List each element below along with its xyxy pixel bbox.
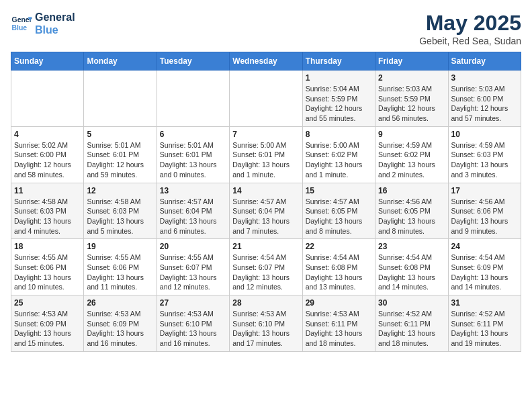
calendar-cell: 27Sunrise: 4:53 AMSunset: 6:10 PMDayligh… bbox=[157, 295, 229, 352]
day-number: 30 bbox=[378, 298, 445, 308]
logo-icon: General Blue bbox=[11, 13, 32, 34]
day-number: 22 bbox=[306, 242, 372, 251]
day-info: Sunrise: 4:58 AMSunset: 6:03 PMDaylight:… bbox=[14, 197, 81, 236]
calendar-cell: 8Sunrise: 5:00 AMSunset: 6:02 PMDaylight… bbox=[302, 126, 375, 183]
day-info: Sunrise: 4:59 AMSunset: 6:03 PMDaylight:… bbox=[451, 140, 518, 180]
day-number: 20 bbox=[160, 242, 226, 251]
day-info: Sunrise: 5:00 AMSunset: 6:02 PMDaylight:… bbox=[306, 140, 372, 180]
calendar-table: SundayMondayTuesdayWednesdayThursdayFrid… bbox=[11, 52, 521, 352]
day-info: Sunrise: 4:53 AMSunset: 6:09 PMDaylight:… bbox=[87, 309, 153, 349]
day-number: 14 bbox=[232, 186, 299, 195]
calendar-cell: 21Sunrise: 4:54 AMSunset: 6:07 PMDayligh… bbox=[230, 239, 302, 295]
day-info: Sunrise: 4:54 AMSunset: 6:08 PMDaylight:… bbox=[378, 253, 445, 292]
day-number: 21 bbox=[232, 242, 299, 251]
logo: General Blue General Blue bbox=[11, 11, 75, 36]
day-info: Sunrise: 4:55 AMSunset: 6:06 PMDaylight:… bbox=[14, 253, 81, 292]
logo-blue: Blue bbox=[35, 24, 75, 36]
day-number: 2 bbox=[378, 73, 445, 83]
day-info: Sunrise: 5:01 AMSunset: 6:01 PMDaylight:… bbox=[160, 140, 226, 180]
day-number: 12 bbox=[87, 186, 153, 195]
day-info: Sunrise: 4:56 AMSunset: 6:05 PMDaylight:… bbox=[378, 197, 445, 236]
calendar-cell: 11Sunrise: 4:58 AMSunset: 6:03 PMDayligh… bbox=[11, 183, 84, 239]
week-row-3: 11Sunrise: 4:58 AMSunset: 6:03 PMDayligh… bbox=[11, 183, 521, 239]
calendar-cell: 15Sunrise: 4:57 AMSunset: 6:05 PMDayligh… bbox=[302, 183, 375, 239]
calendar-cell: 24Sunrise: 4:54 AMSunset: 6:09 PMDayligh… bbox=[448, 239, 521, 295]
calendar-cell: 28Sunrise: 4:53 AMSunset: 6:10 PMDayligh… bbox=[230, 295, 302, 352]
day-info: Sunrise: 4:53 AMSunset: 6:10 PMDaylight:… bbox=[160, 309, 226, 349]
day-number: 27 bbox=[160, 298, 226, 308]
dow-header-monday: Monday bbox=[84, 52, 157, 71]
day-number: 29 bbox=[306, 298, 372, 308]
calendar-cell bbox=[11, 71, 84, 127]
week-row-1: 1Sunrise: 5:04 AMSunset: 5:59 PMDaylight… bbox=[11, 71, 521, 127]
day-number: 11 bbox=[14, 186, 81, 195]
day-info: Sunrise: 4:55 AMSunset: 6:06 PMDaylight:… bbox=[87, 253, 153, 292]
day-number: 18 bbox=[14, 242, 81, 251]
day-number: 1 bbox=[306, 73, 372, 83]
calendar-cell: 12Sunrise: 4:58 AMSunset: 6:03 PMDayligh… bbox=[84, 183, 157, 239]
day-info: Sunrise: 5:03 AMSunset: 6:00 PMDaylight:… bbox=[451, 84, 518, 124]
svg-text:Blue: Blue bbox=[12, 24, 28, 32]
day-number: 15 bbox=[306, 186, 372, 195]
day-info: Sunrise: 5:03 AMSunset: 5:59 PMDaylight:… bbox=[378, 84, 445, 124]
calendar-cell: 6Sunrise: 5:01 AMSunset: 6:01 PMDaylight… bbox=[157, 126, 229, 183]
day-info: Sunrise: 4:54 AMSunset: 6:07 PMDaylight:… bbox=[232, 253, 299, 292]
day-info: Sunrise: 5:02 AMSunset: 6:00 PMDaylight:… bbox=[14, 140, 81, 180]
week-row-2: 4Sunrise: 5:02 AMSunset: 6:00 PMDaylight… bbox=[11, 126, 521, 183]
dow-header-wednesday: Wednesday bbox=[230, 52, 302, 71]
week-row-4: 18Sunrise: 4:55 AMSunset: 6:06 PMDayligh… bbox=[11, 239, 521, 295]
dow-header-tuesday: Tuesday bbox=[157, 52, 229, 71]
header: General Blue General Blue May 2025 Gebei… bbox=[11, 11, 521, 46]
title-area: May 2025 Gebeit, Red Sea, Sudan bbox=[419, 11, 521, 46]
day-number: 3 bbox=[451, 73, 518, 83]
day-info: Sunrise: 4:53 AMSunset: 6:09 PMDaylight:… bbox=[14, 309, 81, 349]
days-of-week-row: SundayMondayTuesdayWednesdayThursdayFrid… bbox=[11, 52, 521, 71]
calendar-cell: 3Sunrise: 5:03 AMSunset: 6:00 PMDaylight… bbox=[448, 71, 521, 127]
day-info: Sunrise: 4:54 AMSunset: 6:09 PMDaylight:… bbox=[451, 253, 518, 292]
calendar-cell bbox=[84, 71, 157, 127]
dow-header-thursday: Thursday bbox=[302, 52, 375, 71]
day-info: Sunrise: 4:54 AMSunset: 6:08 PMDaylight:… bbox=[306, 253, 372, 292]
day-info: Sunrise: 4:59 AMSunset: 6:02 PMDaylight:… bbox=[378, 140, 445, 180]
calendar-cell: 7Sunrise: 5:00 AMSunset: 6:01 PMDaylight… bbox=[230, 126, 302, 183]
calendar-body: 1Sunrise: 5:04 AMSunset: 5:59 PMDaylight… bbox=[11, 71, 521, 352]
day-number: 28 bbox=[232, 298, 299, 308]
day-info: Sunrise: 4:53 AMSunset: 6:10 PMDaylight:… bbox=[232, 309, 299, 349]
calendar-cell: 14Sunrise: 4:57 AMSunset: 6:04 PMDayligh… bbox=[230, 183, 302, 239]
location-subtitle: Gebeit, Red Sea, Sudan bbox=[419, 36, 521, 46]
day-number: 8 bbox=[306, 130, 372, 139]
day-number: 16 bbox=[378, 186, 445, 195]
day-info: Sunrise: 4:57 AMSunset: 6:04 PMDaylight:… bbox=[232, 197, 299, 236]
day-info: Sunrise: 4:58 AMSunset: 6:03 PMDaylight:… bbox=[87, 197, 153, 236]
day-info: Sunrise: 4:52 AMSunset: 6:11 PMDaylight:… bbox=[378, 309, 445, 349]
day-info: Sunrise: 5:01 AMSunset: 6:01 PMDaylight:… bbox=[87, 140, 153, 180]
calendar-cell: 30Sunrise: 4:52 AMSunset: 6:11 PMDayligh… bbox=[375, 295, 448, 352]
calendar-cell: 31Sunrise: 4:52 AMSunset: 6:11 PMDayligh… bbox=[448, 295, 521, 352]
week-row-5: 25Sunrise: 4:53 AMSunset: 6:09 PMDayligh… bbox=[11, 295, 521, 352]
day-number: 25 bbox=[14, 298, 81, 308]
calendar-cell: 18Sunrise: 4:55 AMSunset: 6:06 PMDayligh… bbox=[11, 239, 84, 295]
calendar-cell: 5Sunrise: 5:01 AMSunset: 6:01 PMDaylight… bbox=[84, 126, 157, 183]
day-info: Sunrise: 5:04 AMSunset: 5:59 PMDaylight:… bbox=[306, 84, 372, 124]
day-number: 9 bbox=[378, 130, 445, 139]
calendar-cell: 19Sunrise: 4:55 AMSunset: 6:06 PMDayligh… bbox=[84, 239, 157, 295]
calendar-cell: 17Sunrise: 4:56 AMSunset: 6:06 PMDayligh… bbox=[448, 183, 521, 239]
dow-header-friday: Friday bbox=[375, 52, 448, 71]
dow-header-sunday: Sunday bbox=[11, 52, 84, 71]
calendar-cell: 25Sunrise: 4:53 AMSunset: 6:09 PMDayligh… bbox=[11, 295, 84, 352]
calendar-cell: 4Sunrise: 5:02 AMSunset: 6:00 PMDaylight… bbox=[11, 126, 84, 183]
calendar-cell: 20Sunrise: 4:55 AMSunset: 6:07 PMDayligh… bbox=[157, 239, 229, 295]
day-number: 17 bbox=[451, 186, 518, 195]
day-number: 6 bbox=[160, 130, 226, 139]
day-info: Sunrise: 4:53 AMSunset: 6:11 PMDaylight:… bbox=[306, 309, 372, 349]
calendar-cell: 22Sunrise: 4:54 AMSunset: 6:08 PMDayligh… bbox=[302, 239, 375, 295]
day-number: 26 bbox=[87, 298, 153, 308]
day-info: Sunrise: 4:57 AMSunset: 6:04 PMDaylight:… bbox=[160, 197, 226, 236]
day-number: 31 bbox=[451, 298, 518, 308]
day-number: 24 bbox=[451, 242, 518, 251]
logo-general: General bbox=[35, 11, 75, 24]
calendar-cell: 26Sunrise: 4:53 AMSunset: 6:09 PMDayligh… bbox=[84, 295, 157, 352]
day-number: 23 bbox=[378, 242, 445, 251]
day-number: 4 bbox=[14, 130, 81, 139]
dow-header-saturday: Saturday bbox=[448, 52, 521, 71]
